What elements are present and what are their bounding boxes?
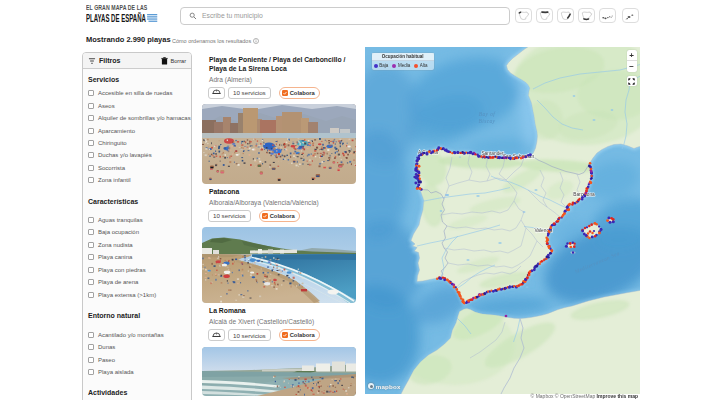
svg-text:Biscay: Biscay — [479, 118, 496, 124]
svg-text:Bay of: Bay of — [479, 111, 496, 117]
svg-text:Santander: Santander — [481, 151, 504, 156]
